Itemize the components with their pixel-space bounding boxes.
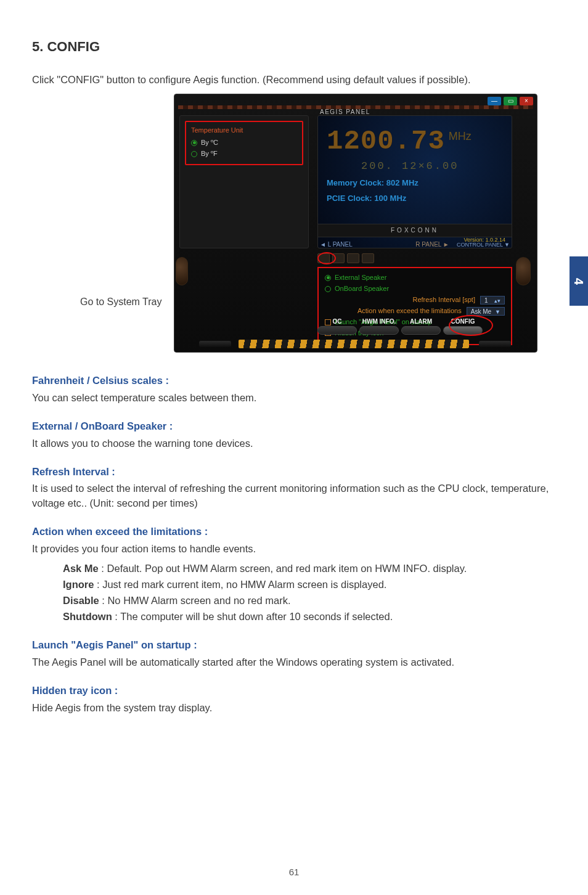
memory-clock: Memory Clock: 802 MHz	[327, 178, 503, 189]
body-text: Hide Aegis from the system tray display.	[32, 701, 556, 716]
callout-system-tray: Go to System Tray	[80, 295, 161, 309]
right-trim	[516, 257, 531, 285]
radio-icon	[325, 275, 331, 281]
brand-bar: FOXCONN	[317, 224, 512, 237]
body-text: The Aegis Panel will be automatically st…	[32, 655, 556, 670]
decor-bar	[199, 341, 231, 347]
radio-icon	[191, 151, 197, 157]
body-text: It allows you to choose the warning tone…	[32, 436, 556, 451]
refresh-interval-field[interactable]: 1▴▾	[480, 296, 505, 304]
intro-text: Click "CONFIG" button to configure Aegis…	[32, 73, 556, 88]
highlight-config-tab	[449, 315, 493, 336]
decor-bar	[479, 341, 511, 347]
highlight-tray-icon	[317, 252, 336, 264]
cpu-clock-value: 1200.73	[327, 122, 445, 161]
chapter-tab: 4	[570, 256, 588, 306]
section-title-action: Action when exceed the limitations :	[32, 525, 556, 539]
section-title-launch: Launch "Aegis Panel" on startup :	[32, 638, 556, 653]
refresh-interval-label: Refresh Interval [spt]	[413, 295, 476, 305]
tab-alarm-label: ALARM	[401, 317, 441, 327]
section-title-scales: Fahrenheit / Celsius scales :	[32, 374, 556, 388]
body-text: It is used to select the interval of ref…	[32, 481, 556, 511]
radio-onboard-speaker[interactable]: OnBoard Speaker	[325, 284, 505, 294]
figure: Go to System Tray — ▭ × AEGIS PANEL Temp…	[32, 94, 556, 359]
stepper-icon[interactable]: ▴▾	[494, 296, 500, 305]
cpu-clock-unit: MHz	[449, 130, 472, 142]
radio-external-speaker[interactable]: External Speaker	[325, 273, 505, 283]
tray-icon[interactable]	[347, 253, 359, 263]
body-text: It provides you four action items to han…	[32, 542, 556, 557]
decor-bottom-stripe	[239, 340, 469, 348]
radio-icon	[191, 140, 197, 146]
section-title-hidden: Hidden tray icon :	[32, 684, 556, 698]
tab-oc[interactable]	[317, 326, 357, 335]
action-limit-label: Action when exceed the limitations	[357, 306, 462, 316]
restore-button[interactable]: ▭	[504, 97, 517, 105]
temperature-unit-group: Temperature Unit By ºC By ºF	[185, 121, 303, 165]
close-button[interactable]: ×	[520, 97, 533, 105]
page-number: 61	[0, 865, 588, 879]
tab-hwm-label: HWM INFO.	[359, 317, 399, 327]
temp-unit-title: Temperature Unit	[191, 126, 297, 136]
pcie-clock: PCIE Clock: 100 MHz	[327, 193, 503, 205]
section-title-refresh: Refresh Interval :	[32, 465, 556, 480]
radio-fahrenheit[interactable]: By ºF	[191, 149, 297, 159]
tab-oc-label: OC	[317, 317, 357, 327]
aegis-window: — ▭ × AEGIS PANEL Temperature Unit By ºC…	[174, 94, 537, 353]
tab-alarm[interactable]	[401, 326, 441, 335]
left-trim	[176, 257, 188, 285]
action-items: Ask Me : Default. Pop out HWM Alarm scre…	[32, 562, 556, 624]
section-title-speaker: External / OnBoard Speaker :	[32, 419, 556, 434]
body-text: You can select temperature scales betwee…	[32, 391, 556, 406]
control-panel-button[interactable]: CONTROL PANEL ▼	[457, 242, 510, 248]
radio-icon	[325, 286, 331, 292]
tray-icon[interactable]	[362, 253, 374, 263]
l-panel-button[interactable]: ◄ L PANEL	[320, 240, 353, 250]
chevron-down-icon: ▼	[495, 308, 500, 316]
minimize-button[interactable]: —	[488, 97, 501, 105]
tab-hwm-info[interactable]	[359, 326, 399, 335]
multiplier-readout: 200. 12×6.00	[361, 159, 503, 174]
r-panel-button[interactable]: R PANEL ►	[415, 241, 449, 248]
action-limit-dropdown[interactable]: Ask Me▼	[467, 307, 505, 316]
left-panel: Temperature Unit By ºC By ºF	[179, 115, 309, 248]
section-heading: 5. CONFIG	[32, 37, 556, 57]
radio-celsius[interactable]: By ºC	[191, 138, 297, 148]
